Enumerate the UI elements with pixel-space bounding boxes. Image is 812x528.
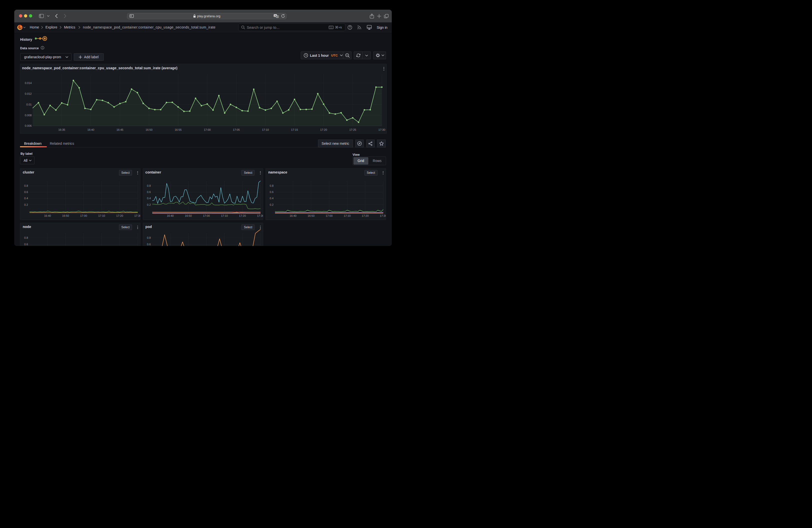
svg-text:16:40: 16:40 [87,128,95,131]
svg-text:16:50: 16:50 [62,214,69,217]
svg-text:0.6: 0.6 [24,191,28,193]
svg-text:0.8: 0.8 [24,184,28,187]
svg-text:0.4: 0.4 [147,197,150,200]
svg-text:16:45: 16:45 [116,128,124,131]
svg-text:17:20: 17:20 [320,128,327,131]
svg-text:17:30: 17:30 [134,214,141,217]
svg-text:0.014: 0.014 [25,81,32,84]
svg-text:17:10: 17:10 [344,214,351,217]
svg-text:文: 文 [276,15,278,17]
svg-text:17:20: 17:20 [239,214,246,217]
svg-text:16:50: 16:50 [307,214,315,217]
svg-text:16:40: 16:40 [44,214,51,217]
svg-text:17:05: 17:05 [233,128,240,131]
svg-text:0.6: 0.6 [147,243,150,246]
svg-text:17:30: 17:30 [378,128,386,131]
svg-text:0.8: 0.8 [147,184,150,187]
svg-text:16:50: 16:50 [146,128,153,131]
svg-text:0.4: 0.4 [24,197,28,200]
svg-text:17:00: 17:00 [203,214,210,217]
svg-text:0.2: 0.2 [24,203,28,206]
svg-text:0.01: 0.01 [27,103,32,106]
svg-text:17:25: 17:25 [349,128,356,131]
svg-text:17:00: 17:00 [80,214,87,217]
svg-text:0.6: 0.6 [147,191,150,193]
svg-text:17:30: 17:30 [257,214,263,217]
svg-text:0.012: 0.012 [25,92,32,95]
svg-text:17:10: 17:10 [98,214,105,217]
svg-text:0.006: 0.006 [25,124,32,127]
svg-text:17:10: 17:10 [262,128,269,131]
svg-text:17:30: 17:30 [380,214,386,217]
svg-text:0.008: 0.008 [25,114,32,117]
svg-text:16:40: 16:40 [167,214,174,217]
svg-text:0.6: 0.6 [24,243,28,246]
svg-text:0.2: 0.2 [270,203,274,206]
svg-text:16:55: 16:55 [175,128,182,131]
svg-text:A: A [274,14,276,17]
svg-text:17:00: 17:00 [326,214,333,217]
svg-text:0.8: 0.8 [147,236,150,239]
svg-text:0.4: 0.4 [270,197,274,200]
svg-text:0.6: 0.6 [270,191,274,193]
svg-text:17:00: 17:00 [204,128,211,131]
svg-text:0.8: 0.8 [270,184,274,187]
svg-text:16:40: 16:40 [290,214,296,217]
svg-text:17:15: 17:15 [291,128,298,131]
svg-text:0.8: 0.8 [24,236,28,239]
svg-text:16:50: 16:50 [185,214,192,217]
svg-text:17:20: 17:20 [362,214,369,217]
svg-text:17:10: 17:10 [221,214,228,217]
svg-text:0.2: 0.2 [147,203,150,206]
svg-text:17:20: 17:20 [116,214,123,217]
svg-text:16:35: 16:35 [58,128,65,131]
